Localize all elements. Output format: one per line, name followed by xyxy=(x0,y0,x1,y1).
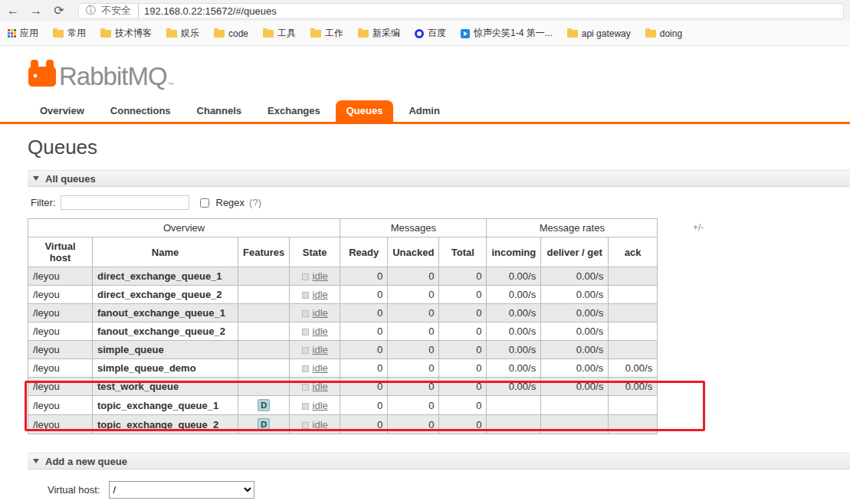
cell-queue-name[interactable]: fanout_exchange_queue_2 xyxy=(93,322,238,341)
cell-deliver-get: 0.00/s xyxy=(541,359,609,378)
state-link[interactable]: idle xyxy=(313,381,328,392)
state-link[interactable]: idle xyxy=(313,326,328,337)
collapse-triangle-icon xyxy=(33,459,39,463)
cell-queue-name[interactable]: direct_exchange_queue_2 xyxy=(93,286,238,304)
cell-ack xyxy=(609,304,658,322)
column-header[interactable]: ack xyxy=(609,237,658,267)
bookmark-item[interactable]: api gateway xyxy=(567,28,631,39)
bookmark-item[interactable]: 娱乐 xyxy=(166,27,199,40)
tab-queues[interactable]: Queues xyxy=(336,100,394,122)
cell-vhost: /leyou xyxy=(28,396,93,415)
state-indicator xyxy=(302,310,309,317)
bookmark-item[interactable]: 技术博客 xyxy=(100,27,152,40)
column-header[interactable]: Ready xyxy=(340,237,388,267)
state-indicator xyxy=(302,365,309,372)
filter-input[interactable] xyxy=(61,195,189,210)
bookmark-item[interactable]: 惊声尖笑1-4 第一... xyxy=(461,27,553,40)
rabbitmq-logo[interactable]: RabbitMQ ™ xyxy=(28,56,850,88)
bookmark-item[interactable]: 百度 xyxy=(415,27,446,40)
group-header-row: OverviewMessagesMessage rates xyxy=(28,219,658,237)
state-link[interactable]: idle xyxy=(313,362,328,374)
folder-icon xyxy=(166,30,177,38)
cell-queue-name[interactable]: simple_queue xyxy=(93,341,238,359)
filter-label: Filter: xyxy=(31,197,56,208)
cell-total: 0 xyxy=(439,378,487,396)
cell-incoming: 0.00/s xyxy=(487,286,541,304)
regex-label: Regex xyxy=(216,197,245,208)
cell-ready: 0 xyxy=(340,286,388,304)
logo-tm: ™ xyxy=(168,81,174,88)
cell-vhost: /leyou xyxy=(28,322,93,341)
cell-queue-name[interactable]: direct_exchange_queue_1 xyxy=(93,267,238,286)
nav-tabs: OverviewConnectionsChannelsExchangesQueu… xyxy=(0,100,850,124)
bookmark-item[interactable]: 新采编 xyxy=(358,27,400,40)
state-link[interactable]: idle xyxy=(313,307,328,319)
tab-exchanges[interactable]: Exchanges xyxy=(257,100,331,122)
bookmark-item[interactable]: 工作 xyxy=(310,27,343,40)
bookmark-label: 工具 xyxy=(277,27,296,40)
vhost-select[interactable]: / xyxy=(109,481,254,499)
durable-badge: D xyxy=(258,418,270,430)
cell-deliver-get xyxy=(541,396,609,415)
tab-channels[interactable]: Channels xyxy=(186,100,253,122)
cell-state: idle xyxy=(290,415,340,434)
column-toggle[interactable]: +/- xyxy=(693,222,704,233)
cell-vhost: /leyou xyxy=(28,267,93,286)
regex-checkbox[interactable] xyxy=(200,198,209,208)
cell-ack xyxy=(609,322,658,341)
state-link[interactable]: idle xyxy=(313,419,328,430)
state-link[interactable]: idle xyxy=(313,270,328,282)
column-header[interactable]: incoming xyxy=(487,237,541,267)
cell-ack xyxy=(609,415,658,434)
bookmark-label: api gateway xyxy=(582,28,631,39)
cell-state: idle xyxy=(290,378,340,396)
tab-overview[interactable]: Overview xyxy=(29,100,95,122)
bookmarks-bar: 应用常用技术博客娱乐code工具工作新采编百度惊声尖笑1-4 第一...api … xyxy=(0,21,850,46)
info-icon[interactable]: ⓘ xyxy=(86,4,96,18)
folder-icon xyxy=(645,30,656,38)
bookmark-item[interactable]: 工具 xyxy=(263,27,296,40)
bookmark-item[interactable]: 应用 xyxy=(8,27,38,40)
cell-queue-name[interactable]: simple_queue_demo xyxy=(93,359,238,378)
cell-queue-name[interactable]: topic_exchange_queue_2 xyxy=(93,415,238,434)
refresh-icon[interactable]: ⟳ xyxy=(52,5,66,17)
filter-row: Filter: Regex (?) xyxy=(31,195,850,210)
add-queue-section-header[interactable]: Add a new queue xyxy=(28,453,850,470)
cell-incoming: 0.00/s xyxy=(487,378,541,396)
cell-queue-name[interactable]: topic_exchange_queue_1 xyxy=(93,396,238,415)
forward-icon[interactable]: → xyxy=(29,5,43,17)
page-title: Queues xyxy=(28,136,850,159)
cell-incoming: 0.00/s xyxy=(487,322,541,341)
cell-ready: 0 xyxy=(340,341,388,359)
browser-nav-bar: ← → ⟳ ⓘ 不安全 192.168.0.22:15672/#/queues xyxy=(0,0,850,21)
cell-queue-name[interactable]: fanout_exchange_queue_1 xyxy=(93,304,238,322)
bookmark-item[interactable]: doing xyxy=(645,28,682,39)
column-header[interactable]: Virtual host xyxy=(28,237,93,267)
state-indicator xyxy=(302,292,309,299)
tab-connections[interactable]: Connections xyxy=(100,100,182,122)
column-header[interactable]: State xyxy=(290,237,340,267)
column-header[interactable]: Features xyxy=(238,237,290,267)
column-header[interactable]: Name xyxy=(93,237,238,267)
cell-features: D xyxy=(238,396,290,415)
cell-state: idle xyxy=(290,322,340,341)
address-bar[interactable]: ⓘ 不安全 192.168.0.22:15672/#/queues xyxy=(78,3,844,19)
cell-incoming: 0.00/s xyxy=(487,341,541,359)
state-link[interactable]: idle xyxy=(313,289,328,300)
state-link[interactable]: idle xyxy=(313,344,328,355)
back-icon[interactable]: ← xyxy=(6,5,20,17)
cell-queue-name[interactable]: test_work_queue xyxy=(93,378,238,396)
cell-features xyxy=(238,267,290,286)
bookmark-item[interactable]: 常用 xyxy=(53,27,86,40)
cell-features: D xyxy=(238,415,290,434)
regex-help-link[interactable]: (?) xyxy=(249,197,261,208)
column-header[interactable]: deliver / get xyxy=(541,237,609,267)
cell-ack: 0.00/s xyxy=(609,378,658,396)
all-queues-section-header[interactable]: All queues xyxy=(28,170,850,187)
bookmark-item[interactable]: code xyxy=(214,28,248,39)
tab-admin[interactable]: Admin xyxy=(398,100,450,122)
state-link[interactable]: idle xyxy=(313,400,328,411)
column-header[interactable]: Unacked xyxy=(388,237,439,267)
column-header[interactable]: Total xyxy=(439,237,487,267)
url-text[interactable]: 192.168.0.22:15672/#/queues xyxy=(144,5,277,17)
